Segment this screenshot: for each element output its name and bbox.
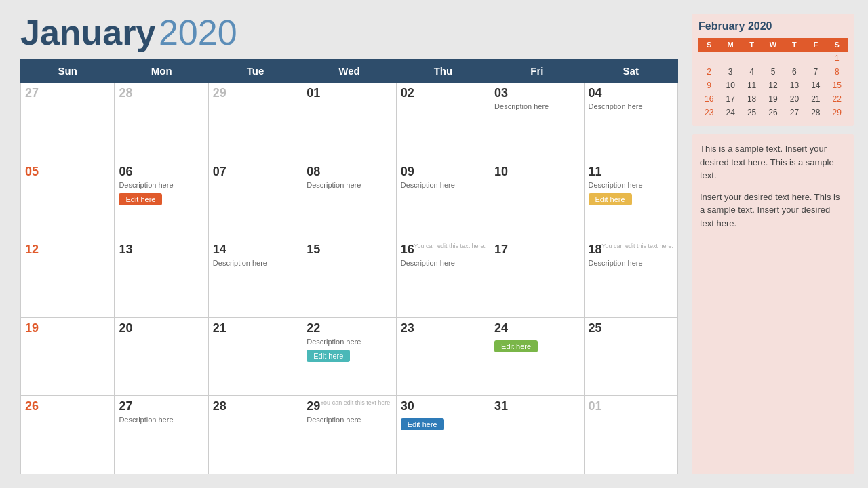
mini-day-cell: 9 bbox=[698, 79, 719, 92]
month-label: January bbox=[20, 13, 155, 52]
main-calendar: January 2020 SunMonTueWedThuFriSat 27282… bbox=[20, 14, 678, 474]
cal-cell-4-2: 28 bbox=[208, 396, 302, 474]
mini-day-header: T bbox=[741, 38, 762, 52]
mini-day-cell: 29 bbox=[827, 106, 848, 119]
edit-button[interactable]: Edit here bbox=[494, 340, 538, 352]
day-number: 24 bbox=[494, 321, 579, 336]
mini-day-cell bbox=[741, 52, 762, 65]
mini-day-cell: 6 bbox=[784, 65, 805, 79]
cal-cell-4-3: 29You can edit this text here.Descriptio… bbox=[302, 396, 396, 474]
cal-cell-2-1: 13 bbox=[115, 239, 208, 318]
mini-day-cell: 18 bbox=[741, 92, 762, 106]
cal-cell-2-2: 14Description here bbox=[208, 239, 302, 318]
desc-text: Description here bbox=[589, 102, 673, 110]
mini-day-cell: 21 bbox=[805, 92, 826, 106]
day-number: 11 bbox=[589, 165, 673, 179]
desc-text: Description here bbox=[119, 415, 203, 424]
cal-cell-0-4: 02 bbox=[396, 83, 490, 161]
cal-cell-1-3: 08Description here bbox=[302, 161, 396, 239]
cal-cell-0-3: 01 bbox=[302, 83, 396, 161]
edit-button[interactable]: Edit here bbox=[119, 193, 162, 205]
mini-day-cell: 8 bbox=[827, 65, 848, 79]
day-number: 01 bbox=[589, 399, 673, 413]
cal-cell-1-2: 07 bbox=[208, 161, 302, 239]
cal-cell-3-2: 21 bbox=[208, 317, 302, 396]
mini-day-cell: 13 bbox=[784, 79, 805, 92]
edit-button[interactable]: Edit here bbox=[589, 193, 632, 205]
desc-text: Description here bbox=[307, 181, 391, 189]
mini-day-cell: 15 bbox=[827, 79, 848, 92]
cal-cell-4-6: 01 bbox=[584, 396, 677, 474]
cal-cell-2-4: 16You can edit this text here.Descriptio… bbox=[396, 239, 490, 318]
day-number: 06 bbox=[119, 165, 203, 179]
mini-week-4: 23242526272829 bbox=[698, 106, 848, 119]
main-title: January 2020 bbox=[20, 14, 678, 52]
cal-cell-3-5: 24Edit here bbox=[490, 317, 584, 396]
mini-day-header: S bbox=[827, 38, 848, 52]
mini-day-cell: 23 bbox=[698, 106, 719, 119]
desc-text: Description here bbox=[589, 259, 673, 267]
day-number: 27 bbox=[25, 86, 110, 100]
day-number: 07 bbox=[213, 165, 298, 179]
calendar-table: SunMonTueWedThuFriSat 272829010203Descri… bbox=[20, 59, 678, 474]
weekday-header-sun: Sun bbox=[21, 60, 115, 83]
desc-text: Description here bbox=[307, 338, 391, 346]
side-text-box: This is a sample text. Insert your desir… bbox=[692, 134, 854, 474]
mini-day-cell: 4 bbox=[741, 65, 762, 79]
cal-cell-4-5: 31 bbox=[490, 396, 584, 474]
side-panel: February 2020 SMTWTFS 123456789101112131… bbox=[692, 14, 854, 474]
desc-text: Description here bbox=[589, 181, 673, 189]
cal-cell-1-5: 10 bbox=[490, 161, 584, 239]
mini-week-2: 9101112131415 bbox=[698, 79, 848, 92]
edit-note: You can edit this text here. bbox=[320, 399, 392, 407]
day-number: 09 bbox=[401, 165, 486, 179]
day-number: 12 bbox=[25, 243, 110, 257]
mini-day-cell: 10 bbox=[719, 79, 741, 92]
cal-cell-3-3: 22Description hereEdit here bbox=[302, 317, 396, 396]
mini-day-cell: 3 bbox=[719, 65, 741, 79]
mini-day-header: F bbox=[805, 38, 826, 52]
mini-week-1: 2345678 bbox=[698, 65, 848, 79]
mini-day-cell bbox=[805, 52, 826, 65]
day-number: 17 bbox=[494, 243, 579, 257]
day-number: 28 bbox=[119, 86, 203, 100]
day-number: 28 bbox=[213, 399, 298, 413]
cal-cell-1-1: 06Description hereEdit here bbox=[115, 161, 208, 239]
day-number: 26 bbox=[25, 399, 110, 413]
day-number: 21 bbox=[213, 321, 298, 336]
mini-day-cell: 14 bbox=[805, 79, 826, 92]
mini-day-cell bbox=[719, 52, 741, 65]
mini-day-cell: 25 bbox=[741, 106, 762, 119]
cal-cell-4-4: 30Edit here bbox=[396, 396, 490, 474]
desc-text: Description here bbox=[401, 181, 486, 189]
cal-cell-0-1: 28 bbox=[115, 83, 208, 161]
desc-text: Description here bbox=[307, 415, 391, 424]
edit-button[interactable]: Edit here bbox=[401, 418, 444, 430]
weekday-header-wed: Wed bbox=[302, 60, 396, 83]
cal-cell-3-4: 23 bbox=[396, 317, 490, 396]
cal-cell-4-1: 27Description here bbox=[115, 396, 208, 474]
mini-day-cell: 22 bbox=[827, 92, 848, 106]
cal-cell-2-3: 15 bbox=[302, 239, 396, 318]
mini-calendar-box: February 2020 SMTWTFS 123456789101112131… bbox=[692, 14, 854, 126]
desc-text: Description here bbox=[401, 259, 486, 267]
cal-cell-0-6: 04Description here bbox=[584, 83, 677, 161]
mini-day-header: W bbox=[762, 38, 783, 52]
mini-cal-title: February 2020 bbox=[698, 20, 848, 33]
mini-day-cell: 11 bbox=[741, 79, 762, 92]
edit-button[interactable]: Edit here bbox=[307, 350, 350, 362]
side-para-2: Insert your desired text here. This is a… bbox=[700, 190, 846, 230]
mini-week-0: 1 bbox=[698, 52, 848, 65]
cal-cell-2-0: 12 bbox=[21, 239, 115, 318]
day-number: 19 bbox=[25, 321, 110, 336]
day-number: 15 bbox=[307, 243, 391, 257]
day-number: 25 bbox=[589, 321, 673, 336]
weekday-header-tue: Tue bbox=[208, 60, 302, 83]
mini-cal-table: SMTWTFS 12345678910111213141516171819202… bbox=[698, 38, 848, 119]
mini-day-cell: 2 bbox=[698, 65, 719, 79]
day-number: 01 bbox=[307, 86, 391, 100]
side-para-1: This is a sample text. Insert your desir… bbox=[700, 142, 846, 182]
mini-day-cell: 7 bbox=[805, 65, 826, 79]
cal-week-3: 19202122Description hereEdit here2324Edi… bbox=[21, 317, 678, 396]
cal-cell-3-6: 25 bbox=[584, 317, 677, 396]
